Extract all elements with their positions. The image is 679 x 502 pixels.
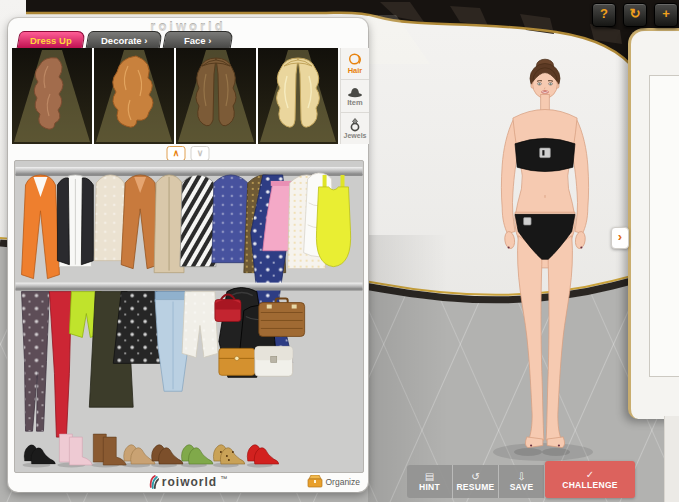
clothing-cream-lace-jacket[interactable]	[94, 175, 126, 261]
closet-area	[14, 160, 364, 473]
clothing-orange-blazer[interactable]	[22, 175, 60, 279]
dressup-panel: roiworld Dress Up Decorate › Face ›	[8, 18, 368, 492]
category-sidebar: Hair Item Jewels	[340, 48, 369, 144]
organize-button[interactable]: Organize	[307, 475, 361, 488]
help-button[interactable]: ?	[592, 3, 616, 27]
shoes-brown-ankle-boots[interactable]	[93, 434, 126, 465]
ring-icon	[347, 117, 363, 132]
game-stage: ›	[0, 0, 679, 502]
save-icon: ⇩	[499, 471, 544, 482]
plus-icon: +	[662, 6, 670, 21]
shoes-pink-lace-boots[interactable]	[59, 434, 92, 465]
hint-icon: ▤	[407, 471, 452, 482]
hair-thumb-blonde-wig[interactable]	[258, 48, 338, 144]
resume-icon: ↺	[453, 471, 498, 482]
thumbnail-scrollers: ∧ ∨	[167, 146, 210, 161]
chevron-down-icon: ∨	[197, 148, 204, 158]
shoes-brown-sandals[interactable]	[152, 445, 183, 464]
hair-thumb-auburn-wig[interactable]	[12, 48, 92, 144]
action-bar: ▤ HINT ↺ RESUME ⇩ SAVE ✓ CHALLENGE	[407, 461, 635, 498]
clothing-tan-cardigan[interactable]	[154, 175, 184, 273]
challenge-button[interactable]: ✓ CHALLENGE	[545, 461, 635, 498]
scroll-up-button[interactable]: ∧	[167, 146, 186, 161]
clothing-striped-cardigan[interactable]	[180, 175, 216, 267]
question-icon: ?	[600, 6, 608, 21]
hair-thumbnail-strip	[12, 48, 338, 144]
panel-footer: roiworld ™ Organize	[8, 472, 368, 490]
hat-icon	[347, 84, 363, 99]
roiworld-logo-bottom: roiworld ™	[149, 475, 227, 489]
shoes-black-strappy-heels[interactable]	[24, 445, 55, 464]
clothing-rust-leather-jacket[interactable]	[121, 175, 159, 269]
reset-doll-button[interactable]: ↻	[623, 3, 647, 27]
chevron-up-icon: ∧	[173, 148, 180, 158]
clothing-navy-print-top[interactable]	[212, 175, 250, 263]
hint-button[interactable]: ▤ HINT	[407, 465, 453, 498]
doll-right-leg	[546, 236, 572, 440]
roiworld-feather-icon	[149, 475, 159, 489]
resume-button[interactable]: ↺ RESUME	[453, 465, 499, 498]
shoes-leopard-flats[interactable]	[213, 445, 244, 464]
doll-left-leg	[518, 236, 544, 440]
category-jewels[interactable]: Jewels	[341, 113, 369, 144]
hair-icon	[347, 52, 363, 67]
category-item[interactable]: Item	[341, 80, 369, 112]
hair-thumb-ginger-wig[interactable]	[94, 48, 174, 144]
clothes-rail-top	[16, 167, 363, 175]
clothing-red-skinny-pants[interactable]	[49, 292, 71, 438]
clothing-star-print-leggings[interactable]	[22, 292, 50, 432]
category-hair[interactable]: Hair	[341, 48, 369, 80]
add-button[interactable]: +	[654, 3, 678, 27]
scroll-down-button[interactable]: ∨	[191, 146, 210, 161]
accessory-white-satchel[interactable]	[255, 346, 293, 376]
reset-icon: ↻	[630, 6, 641, 21]
clothing-black-leather-jacket-white-shirt[interactable]	[57, 175, 93, 267]
mirror-wardrobe-panel	[628, 28, 679, 419]
dress-up-doll[interactable]	[470, 56, 620, 484]
check-icon: ✓	[545, 469, 635, 480]
save-button[interactable]: ⇩ SAVE	[499, 465, 545, 498]
mirror-glass	[649, 75, 679, 377]
clothes-rail-bottom	[16, 283, 363, 290]
stage-controls: ? ↻ +	[592, 3, 678, 27]
wardrobe-base	[664, 416, 679, 502]
black-bandeau-bikini-top[interactable]	[515, 138, 575, 171]
shoes-red-pumps[interactable]	[247, 445, 278, 464]
hair-thumb-brown-wig[interactable]	[176, 48, 256, 144]
shoes-tan-heels[interactable]	[124, 445, 155, 464]
organize-chest-icon	[307, 475, 323, 488]
clothing-white-lace-shorts[interactable]	[182, 292, 218, 358]
shoes-green-strappy-heels[interactable]	[182, 445, 213, 464]
clothing-yellow-tank-top[interactable]	[316, 175, 350, 267]
accessory-gold-clutch[interactable]	[219, 348, 255, 375]
accessory-brown-croc-suitcase[interactable]	[259, 299, 305, 337]
